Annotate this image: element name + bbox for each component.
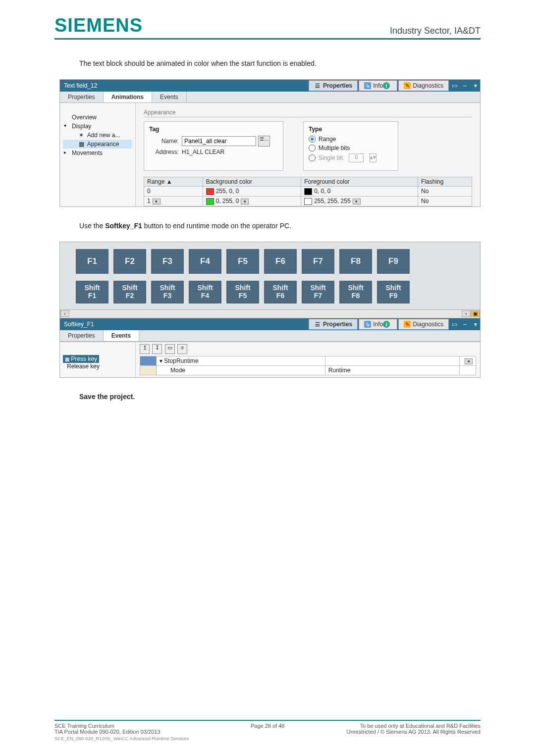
tab-properties[interactable]: ☰ Properties <box>309 80 358 91</box>
minimize-icon[interactable]: – <box>461 321 470 328</box>
caret-right-icon[interactable]: ▸ <box>64 150 66 155</box>
table-row[interactable]: 1▾ 0, 255, 0▾ 255, 255, 255▾ No <box>144 196 472 206</box>
shiftkey-f6[interactable]: ShiftF6 <box>264 281 297 303</box>
events-press-key[interactable]: ▦ Press key <box>63 355 99 363</box>
dropdown-icon[interactable]: ▾ <box>241 199 249 204</box>
shiftkey-f2[interactable]: ShiftF2 <box>113 281 146 303</box>
fkey-f1[interactable]: F1 <box>76 249 108 274</box>
table-row[interactable]: ▾ StopRuntime ▾ <box>140 356 476 365</box>
shiftkey-f3[interactable]: ShiftF3 <box>151 281 184 303</box>
event-action: StopRuntime <box>164 357 198 364</box>
arrow-down-icon[interactable]: ↧ <box>152 344 162 354</box>
panel1-titlebar: Text field_12 ☰ Properties ↳ Info i ✎ Di… <box>60 80 480 92</box>
row-handle-icon[interactable] <box>140 356 157 365</box>
panel2-title: Softkey_F1 <box>60 321 98 328</box>
type-group: Type Range Multiple bits Single bit <box>303 121 398 171</box>
swatch-black-icon <box>304 188 312 195</box>
shiftkey-f1[interactable]: ShiftF1 <box>76 281 108 303</box>
restore-icon[interactable]: ▭ <box>450 321 459 328</box>
tree-overview[interactable]: Overview <box>63 113 132 122</box>
events-release-key[interactable]: Release key <box>63 363 132 370</box>
diagnostics-icon: ✎ <box>404 82 411 89</box>
shiftkey-f8[interactable]: ShiftF8 <box>339 281 372 303</box>
subtab-events[interactable]: Events <box>152 92 187 102</box>
col-flash: Flashing <box>418 177 472 187</box>
window-controls[interactable]: ▭ – ▾ <box>450 82 480 89</box>
horizontal-scrollbar[interactable]: ‹ › ▣ <box>60 309 480 318</box>
cell-flash-0: No <box>418 187 472 197</box>
subtab-properties[interactable]: Properties <box>60 92 104 102</box>
arrow-up-icon[interactable]: ↥ <box>140 344 150 354</box>
shiftkey-f9[interactable]: ShiftF9 <box>377 281 410 303</box>
footer-right-1: To be used only at Educational and R&D F… <box>347 723 481 729</box>
row-handle-icon[interactable] <box>140 365 157 375</box>
caret-down-icon[interactable]: ▾ <box>64 123 66 128</box>
range-color-table: Range ▲ Background color Foreground colo… <box>144 177 472 206</box>
fkey-f4[interactable]: F4 <box>189 249 221 274</box>
shiftkey-f4[interactable]: ShiftF4 <box>189 281 221 303</box>
scroll-right-icon[interactable]: › <box>462 310 471 317</box>
fkey-f5[interactable]: F5 <box>226 249 259 274</box>
shiftkey-f5[interactable]: ShiftF5 <box>226 281 259 303</box>
tree-movements[interactable]: ▸ Movements <box>63 149 132 157</box>
dropdown-icon[interactable]: ▾ <box>471 321 480 328</box>
cell-range-0[interactable]: 0 <box>144 187 203 197</box>
info-icon: i <box>383 82 390 89</box>
tab2-info[interactable]: ↳ Info i <box>359 319 397 330</box>
dropdown-icon[interactable]: ▾ <box>153 199 160 204</box>
fkey-f3[interactable]: F3 <box>151 249 184 274</box>
subtab2-events[interactable]: Events <box>104 330 139 341</box>
cell-range-1[interactable]: 1 <box>147 198 151 204</box>
tree-appearance-label: Appearance <box>87 141 119 148</box>
window-controls-2[interactable]: ▭ – ▾ <box>450 321 480 328</box>
radio-disabled-icon <box>309 154 316 161</box>
cell-flash-1: No <box>418 196 472 206</box>
fkey-f9[interactable]: F9 <box>377 249 410 274</box>
table-row[interactable]: Mode Runtime <box>140 365 476 375</box>
scroll-left-icon[interactable]: ‹ <box>60 310 69 317</box>
tab-info[interactable]: ↳ Info i <box>359 80 397 91</box>
list-icon[interactable]: ≡ <box>177 344 187 354</box>
fkey-f8[interactable]: F8 <box>339 249 372 274</box>
restore-icon[interactable]: ▭ <box>450 82 459 89</box>
radio-multiple-bits[interactable]: Multiple bits <box>309 145 393 151</box>
tab-info-label: Info <box>373 82 383 89</box>
appearance-heading: Appearance <box>144 108 472 117</box>
tag-name-input[interactable] <box>182 136 256 146</box>
footer-left-2: TIA Portal Module 090-020, Edition 03/20… <box>54 729 189 735</box>
scroll-corner-icon[interactable]: ▣ <box>471 310 480 317</box>
swatch-red-icon <box>206 188 214 195</box>
radio-range-label: Range <box>319 136 336 143</box>
tree-display[interactable]: ▾ Display <box>63 122 132 131</box>
mid-paragraph: Use the Softkey_F1 button to end runtime… <box>79 222 481 230</box>
dropdown-icon[interactable]: ▾ <box>353 199 361 204</box>
subtab-animations[interactable]: Animations <box>104 92 152 102</box>
info-icon: i <box>383 321 390 328</box>
diagnostics-icon: ✎ <box>404 321 411 328</box>
tree-add-new[interactable]: ✶ Add new a... <box>63 131 132 140</box>
radio-range[interactable]: Range <box>309 136 393 143</box>
tree-appearance[interactable]: ▦ Appearance <box>63 140 132 149</box>
dropdown-icon[interactable]: ▾ <box>465 358 473 364</box>
press-key-label: Press key <box>71 355 97 362</box>
fkey-f6[interactable]: F6 <box>264 249 297 274</box>
fkey-f2[interactable]: F2 <box>113 249 146 274</box>
shiftkey-f7[interactable]: ShiftF7 <box>302 281 334 303</box>
tab2-properties[interactable]: ☰ Properties <box>309 319 358 330</box>
minimize-icon[interactable]: – <box>461 82 470 89</box>
subtab2-properties[interactable]: Properties <box>60 330 104 341</box>
col-range[interactable]: Range ▲ <box>144 177 203 187</box>
info-arrow-icon: ↳ <box>364 82 371 89</box>
tab2-diagnostics[interactable]: ✎ Diagnostics <box>398 319 449 330</box>
footer-left-1: SCE Training Curriculum <box>54 723 189 729</box>
panel1-title: Text field_12 <box>60 82 101 89</box>
table-row[interactable]: 0 255, 0, 0 0, 0, 0 No <box>144 187 472 197</box>
tab-diagnostics[interactable]: ✎ Diagnostics <box>398 80 449 91</box>
tag-browse-button[interactable]: ☰… <box>258 136 270 147</box>
events-table: ▾ StopRuntime ▾ Mode Runtime <box>140 356 476 375</box>
fkey-f7[interactable]: F7 <box>302 249 334 274</box>
footer-page-number: Page 28 of 48 <box>251 723 285 729</box>
dropdown-icon[interactable]: ▾ <box>471 82 480 89</box>
tree-display-label: Display <box>72 123 91 130</box>
new-item-icon[interactable]: ▭ <box>165 344 175 354</box>
